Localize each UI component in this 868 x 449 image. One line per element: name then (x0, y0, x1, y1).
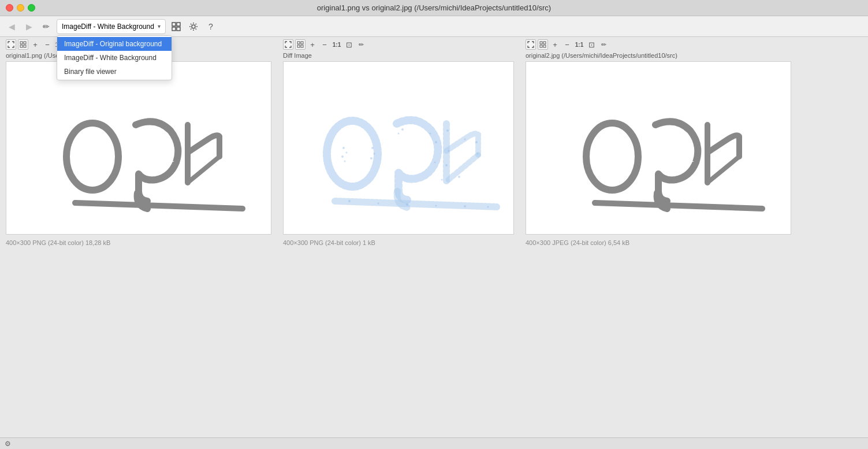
toolbar: ◀ ▶ ✏ ImageDiff - White Background ▾ Ima… (0, 16, 868, 37)
svg-point-30 (464, 139, 466, 140)
center-panel: + − 1:1 ⊡ ✏ Diff Image (283, 39, 514, 248)
svg-rect-42 (543, 42, 546, 44)
left-zoom-in-icon[interactable]: + (30, 39, 40, 50)
right-zoom-out-icon[interactable]: − (562, 39, 572, 50)
grid-icon-button[interactable] (169, 20, 183, 34)
center-grid-icon[interactable] (295, 39, 306, 50)
center-zoom-in-icon[interactable]: + (307, 39, 318, 50)
svg-point-9 (66, 123, 118, 190)
svg-rect-8 (24, 45, 26, 47)
svg-point-38 (435, 205, 437, 207)
center-panel-controls: + − 1:1 ⊡ ✏ (283, 39, 366, 50)
nav-back-button[interactable]: ◀ (5, 20, 18, 34)
help-button[interactable]: ? (204, 20, 218, 34)
right-fit-icon[interactable] (526, 39, 536, 50)
center-panel-title: Diff Image (283, 52, 514, 59)
center-fit-window-icon[interactable]: ⊡ (344, 39, 354, 50)
svg-point-20 (374, 153, 375, 155)
left-image-container (6, 61, 271, 235)
dropdown-item-binary-viewer[interactable]: Binary file viewer (57, 65, 172, 79)
left-panel-meta: 400×300 PNG (24-bit color) 18,28 kB (6, 237, 271, 248)
svg-point-29 (445, 164, 448, 166)
svg-point-15 (342, 147, 345, 149)
svg-rect-13 (301, 45, 303, 47)
left-grid-icon[interactable] (18, 39, 28, 50)
svg-point-31 (475, 141, 478, 143)
svg-point-18 (344, 161, 346, 162)
svg-point-36 (378, 203, 379, 205)
right-panel-meta: 400×300 JPEG (24-bit color) 6,54 kB (526, 237, 791, 248)
dropdown-item-original-bg[interactable]: ImageDiff - Original background (57, 37, 172, 51)
right-fit-window-icon[interactable]: ⊡ (586, 39, 597, 50)
svg-rect-41 (540, 42, 542, 44)
center-zoom-out-icon[interactable]: − (319, 39, 330, 50)
svg-rect-0 (172, 23, 176, 26)
svg-point-23 (401, 128, 404, 131)
minimize-button[interactable] (17, 4, 24, 12)
edit-button[interactable]: ✏ (39, 20, 53, 34)
center-image-container (283, 61, 514, 235)
svg-point-39 (464, 205, 466, 207)
svg-point-33 (458, 176, 460, 178)
view-mode-dropdown-menu: ImageDiff - Original background ImageDif… (57, 35, 172, 80)
svg-point-14 (327, 121, 378, 187)
svg-point-28 (448, 150, 450, 152)
maximize-button[interactable] (28, 4, 35, 12)
grid-icon (172, 22, 181, 31)
right-image-container (526, 61, 791, 235)
svg-point-17 (341, 155, 344, 158)
svg-rect-1 (177, 23, 180, 26)
svg-rect-5 (20, 42, 23, 44)
right-zoom-in-icon[interactable]: + (550, 39, 560, 50)
center-image (292, 67, 505, 229)
view-mode-dropdown-wrapper: ImageDiff - White Background ▾ ImageDiff… (57, 19, 166, 34)
window-title: original1.png vs original2.jpg (/Users/m… (317, 3, 551, 12)
svg-rect-11 (301, 42, 303, 44)
svg-point-16 (346, 152, 348, 154)
svg-point-27 (446, 129, 449, 132)
svg-point-19 (371, 147, 374, 149)
svg-point-34 (441, 179, 443, 181)
dropdown-item-white-bg[interactable]: ImageDiff - White Background (57, 51, 172, 65)
center-panel-header: + − 1:1 ⊡ ✏ (283, 39, 514, 50)
svg-rect-12 (297, 45, 300, 47)
close-button[interactable] (6, 4, 13, 12)
settings-icon-button[interactable] (187, 20, 200, 34)
right-actual-size-icon[interactable]: 1:1 (574, 39, 584, 50)
svg-rect-3 (177, 27, 180, 31)
center-fit-icon[interactable] (283, 39, 293, 50)
svg-rect-43 (540, 45, 542, 47)
statusbar: ⚙ (0, 437, 868, 449)
svg-point-21 (370, 157, 372, 159)
left-fit-icon[interactable] (6, 39, 16, 50)
svg-point-32 (477, 153, 479, 155)
svg-point-24 (430, 133, 431, 135)
svg-point-25 (435, 141, 437, 143)
dropdown-arrow-icon: ▾ (158, 23, 161, 29)
traffic-lights (6, 4, 35, 12)
center-panel-meta: 400×300 PNG (24-bit color) 1 kB (283, 237, 514, 248)
settings-icon (189, 22, 198, 31)
nav-forward-button[interactable]: ▶ (22, 20, 36, 34)
svg-point-35 (348, 200, 351, 202)
center-actual-size-icon[interactable]: 1:1 (331, 39, 342, 50)
titlebar: original1.png vs original2.jpg (/Users/m… (0, 0, 868, 16)
center-edit-icon[interactable]: ✏ (356, 39, 366, 50)
right-panel-controls: + − 1:1 ⊡ ✏ (526, 39, 609, 50)
right-edit-icon[interactable]: ✏ (598, 39, 609, 50)
svg-point-45 (586, 123, 638, 190)
svg-point-4 (192, 25, 195, 28)
svg-point-26 (434, 162, 436, 164)
left-zoom-out-icon[interactable]: − (42, 39, 53, 50)
svg-rect-44 (543, 45, 546, 47)
svg-rect-2 (172, 27, 176, 31)
right-image (543, 67, 774, 229)
svg-rect-6 (24, 42, 26, 44)
view-mode-dropdown[interactable]: ImageDiff - White Background ▾ (57, 19, 166, 34)
right-grid-icon[interactable] (538, 39, 548, 50)
svg-rect-7 (20, 45, 23, 47)
svg-point-37 (406, 203, 408, 206)
right-panel-title: original2.jpg (/Users/michi/IdeaProjects… (526, 52, 791, 59)
dropdown-selected-label: ImageDiff - White Background (62, 23, 154, 31)
right-panel-header: + − 1:1 ⊡ ✏ (526, 39, 791, 50)
